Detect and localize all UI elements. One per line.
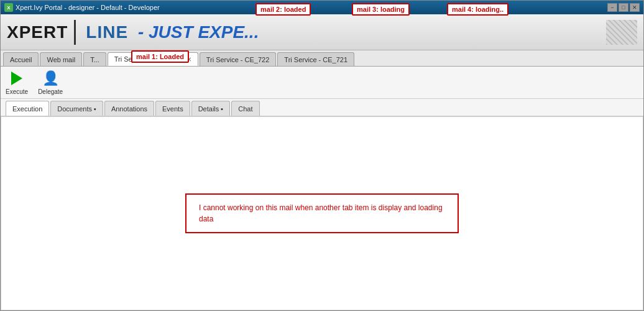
nav-tab-t[interactable]: T... — [83, 52, 106, 66]
nav-tab-tri2[interactable]: Tri Service - CE_722 — [200, 52, 277, 66]
nav-tab-tri3[interactable]: Tri Service - CE_721 — [277, 52, 354, 66]
title-bar-text: Xpert.Ivy Portal - designer - Default - … — [16, 4, 607, 11]
logo-separator — [74, 20, 76, 45]
logo-line: LINE — [86, 22, 128, 42]
error-message-text: I cannot working on this mail when anoth… — [199, 203, 443, 223]
logo-tagline: - JUST EXPE... — [133, 22, 259, 42]
sub-tab-annotations[interactable]: Annotations — [104, 101, 154, 116]
sub-tab-events[interactable]: Events — [155, 101, 190, 116]
app-icon: X — [4, 3, 13, 12]
sub-tab-chat[interactable]: Chat — [231, 101, 259, 116]
execute-icon — [8, 70, 25, 87]
nav-tab-accueil[interactable]: Accueil — [3, 52, 39, 66]
title-bar-controls: − □ ✕ — [607, 3, 640, 12]
logo-xpert: XPERT — [7, 22, 68, 42]
sub-tab-details[interactable]: Details ▪ — [191, 101, 231, 116]
annotation-mail3: mail 3: loading — [352, 3, 410, 16]
maximize-button[interactable]: □ — [619, 3, 628, 12]
delegate-button[interactable]: 👤 Delegate — [38, 70, 63, 95]
annotation-mail2: mail 2: loaded — [255, 3, 311, 16]
error-message-box: I cannot working on this mail when anoth… — [185, 193, 459, 233]
annotation-mail1: mail 1: Loaded — [131, 50, 189, 63]
sub-tabs: Execution Documents ▪ Annotations Events… — [1, 99, 643, 116]
delegate-icon: 👤 — [42, 70, 59, 87]
nav-tab-webmail[interactable]: Web mail — [40, 52, 82, 66]
sub-tab-documents[interactable]: Documents ▪ — [50, 101, 103, 116]
minimize-button[interactable]: − — [607, 3, 617, 12]
title-bar: X Xpert.Ivy Portal - designer - Default … — [1, 1, 643, 14]
header: XPERT LINE - JUST EXPE... mail 1: Loaded… — [1, 14, 643, 50]
main-content: I cannot working on this mail when anoth… — [1, 116, 643, 310]
sub-tab-execution[interactable]: Execution — [6, 101, 49, 116]
header-dots — [606, 20, 637, 45]
nav-tabs: Accueil Web mail T... Tri Service - CE_7… — [1, 50, 643, 67]
app-window: X Xpert.Ivy Portal - designer - Default … — [0, 0, 644, 311]
annotation-mail4: mail 4: loading.. — [447, 3, 508, 16]
close-button[interactable]: ✕ — [630, 3, 640, 12]
action-bar: Execute 👤 Delegate — [1, 67, 643, 99]
execute-button[interactable]: Execute — [6, 70, 28, 95]
